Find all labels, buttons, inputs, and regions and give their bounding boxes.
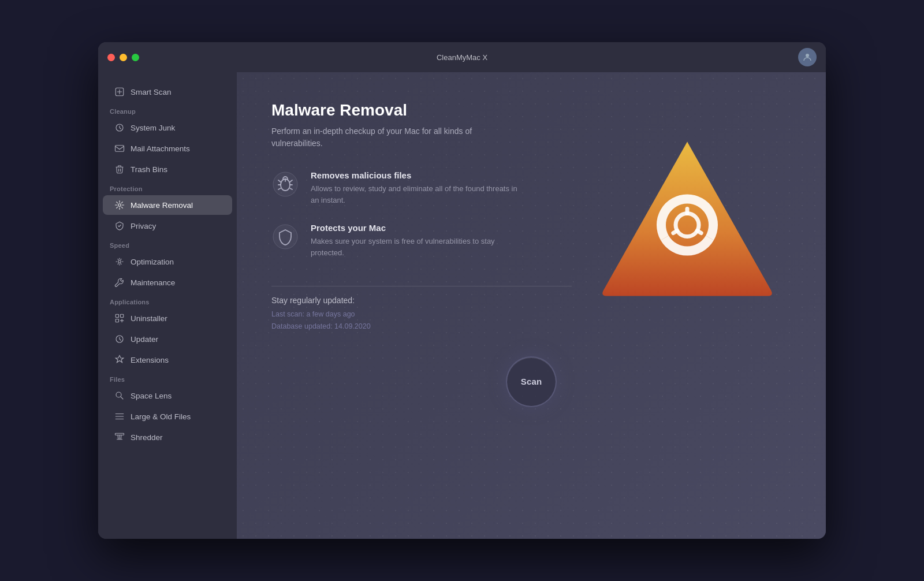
trash-icon: [114, 164, 125, 174]
svg-rect-8: [116, 319, 118, 322]
close-button[interactable]: [107, 54, 115, 61]
sidebar-item-system-junk[interactable]: System Junk: [103, 118, 232, 137]
page-title: Malware Removal: [271, 101, 791, 120]
features-list: Removes malicious files Allows to review…: [271, 170, 791, 258]
updater-icon: [114, 334, 125, 344]
sidebar-label-privacy: Privacy: [131, 222, 156, 230]
svg-rect-7: [121, 314, 124, 317]
feature1-title: Removes malicious files: [311, 170, 519, 180]
window-title: CleanMyMac X: [437, 53, 487, 62]
feature-text-malicious: Removes malicious files Allows to review…: [311, 170, 519, 206]
feature2-title: Protects your Mac: [311, 223, 519, 233]
sidebar-item-malware-removal[interactable]: Malware Removal: [103, 195, 232, 215]
sidebar-label-extensions: Extensions: [131, 356, 169, 364]
page-subtitle: Perform an in-depth checkup of your Mac …: [271, 125, 502, 150]
feature2-desc: Makes sure your system is free of vulner…: [311, 236, 519, 258]
sidebar-item-privacy[interactable]: Privacy: [103, 216, 232, 236]
large-files-icon: [114, 411, 125, 422]
traffic-lights: [107, 54, 139, 61]
space-lens-icon: [114, 390, 125, 401]
protection-section-label: Protection: [98, 180, 237, 195]
smart-scan-icon: [114, 87, 125, 97]
user-avatar[interactable]: [798, 48, 817, 66]
titlebar: CleanMyMac X: [98, 42, 826, 72]
sidebar: Smart Scan Cleanup System Junk: [98, 72, 237, 539]
sidebar-item-space-lens[interactable]: Space Lens: [103, 386, 232, 405]
sidebar-item-uninstaller[interactable]: Uninstaller: [103, 308, 232, 328]
sidebar-label-updater: Updater: [131, 335, 158, 344]
malware-icon: [114, 200, 125, 210]
main-content: Malware Removal Perform an in-depth chec…: [237, 72, 826, 539]
system-junk-icon: [114, 122, 125, 133]
sidebar-item-updater[interactable]: Updater: [103, 329, 232, 349]
update-title: Stay regularly updated:: [271, 296, 791, 305]
shield-icon: [271, 223, 299, 251]
sidebar-item-extensions[interactable]: Extensions: [103, 350, 232, 370]
maintenance-icon: [114, 277, 125, 288]
sidebar-label-uninstaller: Uninstaller: [131, 314, 167, 323]
svg-rect-6: [116, 314, 118, 317]
fullscreen-button[interactable]: [132, 54, 139, 61]
sidebar-item-shredder[interactable]: Shredder: [103, 427, 232, 447]
svg-point-15: [273, 172, 297, 196]
minimize-button[interactable]: [120, 54, 127, 61]
sidebar-item-maintenance[interactable]: Maintenance: [103, 273, 232, 292]
sidebar-label-malware-removal: Malware Removal: [131, 201, 193, 210]
svg-rect-3: [116, 146, 124, 152]
divider: [271, 286, 572, 286]
cleanup-section-label: Cleanup: [98, 102, 237, 117]
sidebar-item-mail-attachments[interactable]: Mail Attachments: [103, 139, 232, 158]
files-section-label: Files: [98, 370, 237, 385]
uninstaller-icon: [114, 313, 125, 323]
sidebar-label-mail-attachments: Mail Attachments: [131, 144, 190, 153]
feature1-desc: Allows to review, study and eliminate al…: [311, 183, 519, 206]
sidebar-label-smart-scan: Smart Scan: [131, 88, 172, 96]
bug-icon: [271, 170, 299, 198]
sidebar-item-large-old-files[interactable]: Large & Old Files: [103, 407, 232, 426]
mail-icon: [114, 143, 125, 154]
app-window: CleanMyMac X Smart Scan Clea: [98, 42, 826, 539]
extensions-icon: [114, 355, 125, 365]
sidebar-label-maintenance: Maintenance: [131, 278, 175, 287]
feature-item-malicious: Removes malicious files Allows to review…: [271, 170, 791, 206]
speed-section-label: Speed: [98, 236, 237, 251]
feature-item-protects: Protects your Mac Makes sure your system…: [271, 223, 791, 258]
sidebar-label-trash-bins: Trash Bins: [131, 165, 167, 174]
svg-point-5: [118, 260, 121, 263]
sidebar-item-smart-scan[interactable]: Smart Scan: [103, 82, 232, 102]
sidebar-label-optimization: Optimization: [131, 258, 174, 266]
sidebar-label-shredder: Shredder: [131, 433, 163, 442]
optimization-icon: [114, 256, 125, 267]
svg-point-4: [118, 204, 121, 207]
last-scan-text: Last scan: a few days ago Database updat…: [271, 308, 791, 333]
app-body: Smart Scan Cleanup System Junk: [98, 72, 826, 539]
content-area: Malware Removal Perform an in-depth chec…: [237, 72, 826, 539]
sidebar-label-system-junk: System Junk: [131, 124, 175, 132]
scan-button-area: Scan: [271, 345, 791, 424]
privacy-icon: [114, 221, 125, 231]
scan-button[interactable]: Scan: [506, 356, 557, 407]
shredder-icon: [114, 432, 125, 442]
sidebar-item-trash-bins[interactable]: Trash Bins: [103, 159, 232, 179]
sidebar-label-large-old-files: Large & Old Files: [131, 412, 191, 421]
applications-section-label: Applications: [98, 293, 237, 308]
sidebar-label-space-lens: Space Lens: [131, 392, 172, 400]
svg-point-0: [806, 54, 809, 57]
update-section: Stay regularly updated: Last scan: a few…: [271, 296, 791, 333]
sidebar-item-optimization[interactable]: Optimization: [103, 252, 232, 271]
feature-text-protects: Protects your Mac Makes sure your system…: [311, 223, 519, 258]
